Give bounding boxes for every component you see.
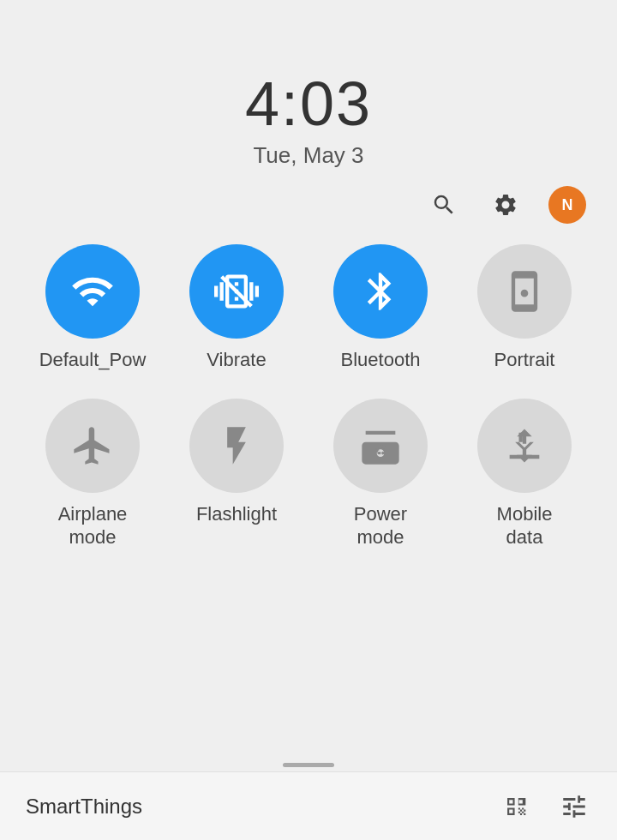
bluetooth-circle — [333, 244, 428, 339]
flashlight-label: Flashlight — [196, 503, 277, 525]
smartthings-settings-button[interactable] — [557, 789, 591, 824]
bluetooth-icon — [358, 269, 403, 314]
smartthings-label: SmartThings — [26, 795, 142, 819]
smartthings-scan-button[interactable] — [499, 789, 533, 824]
airplane-circle — [45, 399, 140, 493]
mobiledata-icon — [502, 423, 547, 468]
bluetooth-label: Bluetooth — [341, 349, 421, 371]
bottom-bar-icons — [499, 789, 591, 824]
portrait-icon — [502, 269, 547, 314]
gear-icon — [493, 192, 518, 218]
tiles-row-2: Airplane mode Flashlight ♻ — [21, 399, 596, 549]
wifi-circle — [45, 244, 140, 339]
screen: 4:03 Tue, May 3 N D — [0, 0, 617, 840]
tile-vibrate[interactable]: Vibrate — [177, 244, 297, 371]
search-icon — [431, 192, 457, 218]
vibrate-icon — [214, 269, 259, 314]
sliders-icon — [560, 792, 589, 821]
settings-button[interactable] — [487, 186, 524, 224]
flashlight-circle — [189, 399, 284, 493]
wifi-label: Default_Pow — [39, 349, 147, 371]
bottom-bar: SmartThings — [0, 771, 617, 840]
powermode-label: Power mode — [354, 503, 407, 549]
vibrate-circle — [189, 244, 284, 339]
airplane-icon — [70, 423, 115, 468]
tiles-row-1: Default_Pow Vibrate — [21, 244, 596, 371]
search-button[interactable] — [425, 186, 463, 224]
portrait-label: Portrait — [494, 349, 555, 371]
tile-wifi[interactable]: Default_Pow — [33, 244, 153, 371]
time-display: 4:03 — [245, 69, 372, 139]
time-section: 4:03 Tue, May 3 — [245, 69, 372, 169]
airplane-label: Airplane mode — [58, 503, 128, 549]
mobiledata-label: Mobile data — [497, 503, 553, 549]
scan-icon — [501, 792, 530, 821]
top-icons-row: N — [0, 169, 617, 224]
home-indicator — [283, 763, 334, 767]
mobiledata-circle — [477, 399, 572, 493]
portrait-circle — [477, 244, 572, 339]
tile-powermode[interactable]: ♻ Power mode — [320, 399, 440, 549]
vibrate-label: Vibrate — [207, 349, 266, 371]
tile-mobiledata[interactable]: Mobile data — [464, 399, 584, 549]
tiles-container: Default_Pow Vibrate — [0, 244, 617, 576]
tile-portrait[interactable]: Portrait — [464, 244, 584, 371]
tile-flashlight[interactable]: Flashlight — [177, 399, 297, 549]
tile-bluetooth[interactable]: Bluetooth — [320, 244, 440, 371]
svg-text:♻: ♻ — [374, 441, 387, 459]
wifi-icon — [70, 269, 115, 314]
tile-airplane[interactable]: Airplane mode — [33, 399, 153, 549]
date-display: Tue, May 3 — [245, 142, 372, 169]
avatar-button[interactable]: N — [548, 186, 586, 224]
powermode-circle: ♻ — [333, 399, 428, 493]
flashlight-icon — [214, 423, 259, 468]
powermode-icon: ♻ — [358, 423, 403, 468]
